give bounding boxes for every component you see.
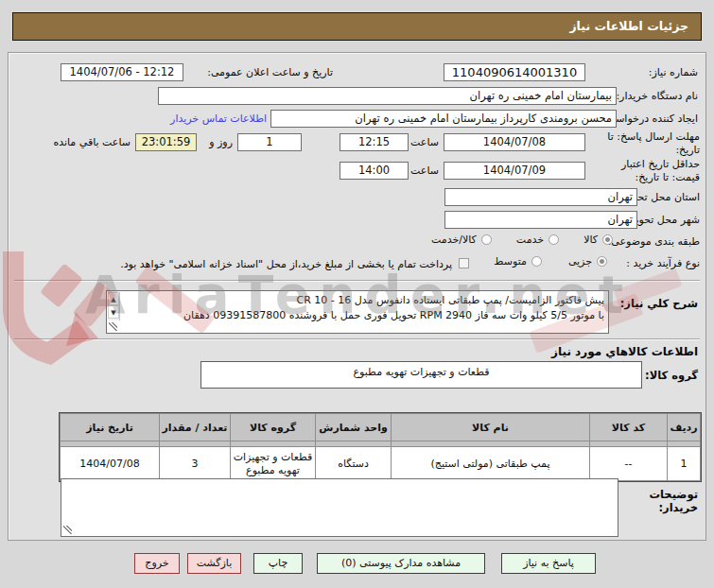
- buyer-notes-text: [78, 481, 614, 534]
- page-title: جزئیات اطلاعات نیاز: [12, 12, 702, 41]
- goods-table: ردیف کد کالا نام کالا واحد شمارش گروه کا…: [60, 413, 701, 481]
- col-group: گروه کالا: [231, 414, 316, 441]
- goods-group-label: گروه کالا:: [645, 369, 698, 382]
- cell-group: قطعات و تجهیزات تهویه مطبوع: [231, 447, 316, 481]
- remaining-days-label: روز و: [209, 136, 233, 148]
- general-description-text: پیش فاکتور الزامیست/ پمپ طبقاتی ایستاده …: [124, 293, 604, 331]
- radio-service-label: خدمت: [516, 233, 544, 246]
- col-item-code: کد کالا: [590, 414, 668, 441]
- response-deadline-time-field[interactable]: 12:15: [340, 133, 409, 151]
- goods-table-row: 1 -- پمپ طبقاتی (مولتی استیج) دستگاه قطع…: [61, 447, 701, 481]
- exit-button[interactable]: خروج: [134, 553, 180, 574]
- back-button[interactable]: بازگشت: [187, 553, 241, 574]
- deadline-hour-label: ساعت: [410, 136, 439, 148]
- announce-datetime-label: تاریخ و ساعت اعلان عمومی:: [207, 66, 333, 78]
- cell-item-code: --: [590, 447, 668, 481]
- cell-quantity: 3: [160, 447, 231, 481]
- col-row-index: ردیف: [668, 414, 701, 441]
- goods-section-title: اطلاعات کالاهاي مورد نیاز: [551, 345, 698, 358]
- resize-handle-icon[interactable]: [109, 322, 117, 331]
- col-need-date: تاریخ نیاز: [61, 414, 160, 441]
- need-info-panel: شماره نیاز: 1104090614001310 تاریخ و ساع…: [8, 52, 706, 541]
- buyer-notes-label: توضیحات خریدار:: [643, 488, 698, 514]
- col-unit: واحد شمارش: [316, 414, 392, 441]
- process-type-label: نوع فرآیند خرید :: [626, 257, 700, 269]
- classification-label: طبقه بندی موضوعی:: [608, 235, 700, 248]
- textarea-scrollbar: ▲ ▼: [108, 292, 120, 320]
- delivery-city-field[interactable]: تهران: [444, 211, 637, 229]
- col-quantity: تعداد / مقدار: [160, 414, 231, 441]
- radio-goods-label: کالا: [583, 233, 598, 246]
- remaining-days-field[interactable]: 1: [237, 133, 302, 151]
- announce-datetime-field[interactable]: 1404/07/06 - 12:12: [61, 63, 183, 81]
- process-option-minor: جزیی: [568, 255, 607, 268]
- process-type-options: جزیی متوسط: [494, 255, 607, 268]
- respond-to-need-button[interactable]: پاسخ به نیاز: [501, 553, 596, 574]
- general-description-label: شرح کلي نیاز:: [620, 297, 698, 310]
- classification-option-goods-service: کالا/خدمت: [431, 233, 492, 246]
- cell-unit: دستگاه: [316, 447, 392, 481]
- radio-goods-icon: [602, 234, 613, 245]
- treasury-checkbox: [459, 258, 469, 268]
- print-button[interactable]: چاپ: [253, 553, 303, 574]
- resize-handle-icon[interactable]: [63, 526, 72, 534]
- response-deadline-label: مهلت ارسال پاسخ: تا تاریخ:: [605, 130, 700, 157]
- goods-group-field[interactable]: قطعات و تجهیزات تهویه مطبوع: [200, 361, 642, 389]
- goods-table-header-row: ردیف کد کالا نام کالا واحد شمارش گروه کا…: [61, 414, 701, 441]
- radio-medium-icon: [531, 256, 542, 267]
- remaining-time-field: 23:01:59: [135, 133, 197, 151]
- radio-minor-label: جزیی: [568, 255, 592, 268]
- col-item-name: نام کالا: [392, 414, 590, 441]
- buyer-contact-link[interactable]: اطلاعات تماس خریدار: [170, 112, 267, 125]
- price-validity-label: حداقل تاریخ اعتبار قیمت: تا تاریخ:: [598, 158, 700, 184]
- cell-need-date: 1404/07/08: [61, 447, 160, 481]
- classification-options: کالا خدمت کالا/خدمت: [431, 233, 613, 246]
- radio-minor-icon: [597, 256, 607, 267]
- treasury-checkbox-label: پرداخت تمام یا بخشی از مبلغ خرید،از محل …: [120, 258, 452, 270]
- buyer-org-label: نام دستگاه خریدار:: [616, 90, 698, 102]
- scroll-down-icon[interactable]: ▼: [108, 305, 119, 319]
- response-deadline-date-field[interactable]: 1404/07/08: [444, 133, 585, 151]
- cell-row-index: 1: [668, 447, 701, 481]
- separator: [14, 280, 700, 282]
- classification-option-goods: کالا: [583, 233, 613, 246]
- need-number-label: شماره نیاز:: [649, 66, 698, 78]
- delivery-province-field[interactable]: تهران: [444, 188, 637, 206]
- need-number-field[interactable]: 1104090614001310: [444, 63, 585, 81]
- validity-hour-label: ساعت: [410, 164, 439, 177]
- radio-goods-service-icon: [481, 234, 492, 245]
- process-option-medium: متوسط: [494, 255, 542, 268]
- buyer-notes-textarea[interactable]: [61, 478, 618, 537]
- need-details-window: جزئیات اطلاعات نیاز شماره نیاز: 11040906…: [0, 0, 714, 588]
- price-validity-time-field[interactable]: 14:00: [340, 162, 409, 180]
- cell-item-name: پمپ طبقاتی (مولتی استیج): [392, 447, 590, 481]
- radio-goods-service-label: کالا/خدمت: [431, 233, 477, 246]
- price-validity-date-field[interactable]: 1404/07/09: [444, 162, 585, 180]
- radio-medium-label: متوسط: [494, 255, 527, 268]
- buyer-org-field[interactable]: بیمارستان امام خمینی ره تهران: [158, 87, 617, 105]
- general-description-textarea[interactable]: ▲ ▼ پیش فاکتور الزامیست/ پمپ طبقاتی ایست…: [106, 290, 609, 334]
- remaining-time-label: ساعت باقي مانده: [53, 136, 131, 148]
- classification-option-service: خدمت: [516, 233, 559, 246]
- radio-service-icon: [549, 234, 559, 245]
- request-creator-field[interactable]: محسن برومندی کارپرداز بیمارستان امام خمی…: [270, 110, 617, 128]
- separator: [14, 338, 700, 340]
- scroll-up-icon[interactable]: ▲: [108, 292, 119, 305]
- view-attachments-button[interactable]: مشاهده مدارک پیوستی (0): [317, 553, 485, 574]
